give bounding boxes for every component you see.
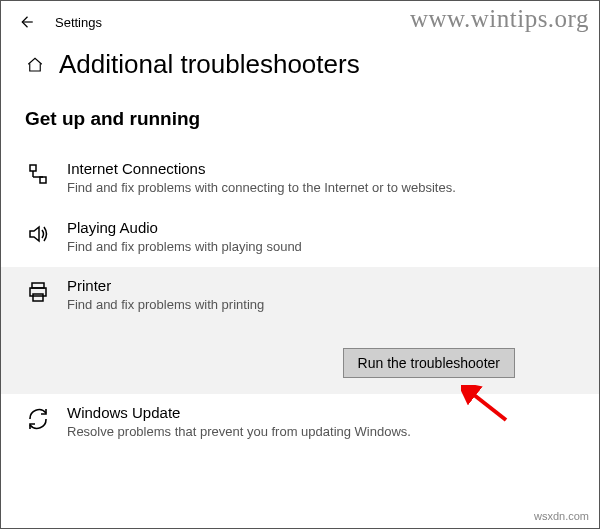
troubleshooter-body: Windows Update Resolve problems that pre… [67,404,575,441]
page-title: Additional troubleshooters [59,49,360,80]
troubleshooter-windowsupdate[interactable]: Windows Update Resolve problems that pre… [1,394,599,453]
home-icon[interactable] [25,55,45,75]
troubleshooter-internet[interactable]: Internet Connections Find and fix proble… [1,150,599,209]
troubleshooter-title: Windows Update [67,404,575,421]
svg-rect-6 [33,294,43,301]
troubleshooter-desc: Find and fix problems with printing [67,296,487,314]
svg-rect-1 [30,165,36,171]
network-icon [25,162,51,188]
app-title: Settings [55,15,102,30]
watermark-text: www.wintips.org [410,5,589,33]
back-arrow-icon[interactable] [17,13,35,31]
troubleshooter-title: Playing Audio [67,219,575,236]
troubleshooter-desc: Find and fix problems with playing sound [67,238,487,256]
troubleshooter-desc: Find and fix problems with connecting to… [67,179,487,197]
troubleshooter-printer[interactable]: Printer Find and fix problems with print… [1,267,599,394]
troubleshooter-body: Printer Find and fix problems with print… [67,277,575,314]
section-heading: Get up and running [1,98,599,150]
troubleshooter-desc: Resolve problems that prevent you from u… [67,423,487,441]
troubleshooter-body: Internet Connections Find and fix proble… [67,160,575,197]
troubleshooter-audio[interactable]: Playing Audio Find and fix problems with… [1,209,599,268]
troubleshooter-title: Internet Connections [67,160,575,177]
printer-icon [25,279,51,305]
troubleshooter-body: Playing Audio Find and fix problems with… [67,219,575,256]
troubleshooter-title: Printer [67,277,575,294]
run-troubleshooter-button[interactable]: Run the troubleshooter [343,348,515,378]
footer-credit: wsxdn.com [534,510,589,522]
refresh-icon [25,406,51,432]
run-button-row: Run the troubleshooter [25,348,575,378]
page-header: Additional troubleshooters [1,35,599,98]
speaker-icon [25,221,51,247]
svg-rect-4 [40,177,46,183]
